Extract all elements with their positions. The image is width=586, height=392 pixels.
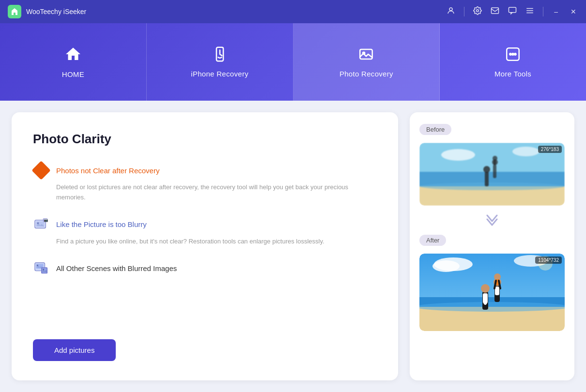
close-button[interactable]: ✕ xyxy=(569,7,578,16)
svg-point-0 xyxy=(449,8,452,11)
titlebar: WooTeechy iSeeker xyxy=(0,0,586,23)
svg-rect-2 xyxy=(492,8,499,14)
nav-home-label: HOME xyxy=(62,70,84,78)
photo-recovery-icon xyxy=(358,46,374,65)
more-tools-icon xyxy=(505,46,521,65)
svg-point-28 xyxy=(419,182,565,190)
svg-point-11 xyxy=(509,53,511,55)
nav-item-iphone-recovery[interactable]: iPhone Recovery xyxy=(147,23,293,101)
feature-too-blurry-title: Like the Picture is too Blurry xyxy=(56,220,147,228)
svg-point-30 xyxy=(512,147,540,156)
main-content: Photo Clarity Photos not Clear after Rec… xyxy=(0,101,586,392)
menu-icon[interactable] xyxy=(525,6,534,17)
svg-rect-3 xyxy=(509,7,516,13)
nav-photo-label: Photo Recovery xyxy=(339,70,393,78)
before-image-badge: 276*183 xyxy=(538,146,562,153)
svg-rect-23 xyxy=(42,268,46,272)
nav-item-more-tools[interactable]: More Tools xyxy=(440,23,586,101)
svg-point-12 xyxy=(512,53,513,55)
svg-point-46 xyxy=(481,284,490,293)
feature-other-scenes-header: All Other Scenes with Blurred Images xyxy=(33,260,377,276)
nav-item-home[interactable]: HOME xyxy=(0,23,147,101)
home-icon xyxy=(64,45,82,65)
minimize-button[interactable]: – xyxy=(552,7,560,16)
svg-point-24 xyxy=(43,269,44,271)
svg-rect-8 xyxy=(360,49,373,59)
nav-item-photo-recovery[interactable]: Photo Recovery xyxy=(293,23,440,101)
mail-icon[interactable] xyxy=(491,6,499,17)
feature-too-blurry-desc: Find a picture you like online, but it's… xyxy=(56,237,377,247)
photo-blurry-icon: 📷 xyxy=(33,216,49,233)
nav-iphone-label: iPhone Recovery xyxy=(191,70,248,78)
navbar: HOME iPhone Recovery Photo Recovery xyxy=(0,23,586,101)
svg-point-42 xyxy=(432,260,460,272)
left-panel: Photo Clarity Photos not Clear after Rec… xyxy=(12,112,398,380)
app-title: WooTeechy iSeeker xyxy=(26,8,447,15)
arrows-down-icon xyxy=(483,211,501,229)
after-image-container: 1104*732 xyxy=(419,254,565,331)
svg-rect-47 xyxy=(483,293,488,303)
feature-too-blurry: 📷 Like the Picture is too Blurry Find a … xyxy=(33,216,377,247)
svg-text:📷: 📷 xyxy=(44,218,48,222)
feature-not-clear: Photos not Clear after Recovery Deleted … xyxy=(33,162,377,203)
svg-point-1 xyxy=(477,10,479,12)
svg-point-32 xyxy=(483,166,490,173)
svg-point-29 xyxy=(441,149,475,161)
divider2 xyxy=(543,7,543,16)
add-pictures-button[interactable]: Add pictures xyxy=(33,339,116,361)
svg-point-40 xyxy=(419,302,565,312)
divider xyxy=(464,7,464,16)
scene-icon xyxy=(33,260,49,276)
feature-not-clear-title: Photos not Clear after Recovery xyxy=(56,166,159,175)
account-icon[interactable] xyxy=(447,6,455,17)
iphone-recovery-icon xyxy=(212,46,228,65)
feature-too-blurry-header: 📷 Like the Picture is too Blurry xyxy=(33,216,377,233)
svg-point-51 xyxy=(494,273,501,280)
diamond-icon xyxy=(33,162,49,179)
after-image-badge: 1104*732 xyxy=(535,256,562,264)
svg-point-13 xyxy=(514,53,516,55)
svg-rect-36 xyxy=(493,160,496,165)
titlebar-controls: – ✕ xyxy=(447,6,578,17)
feature-not-clear-header: Photos not Clear after Recovery xyxy=(33,162,377,179)
after-label: After xyxy=(419,235,446,246)
svg-point-35 xyxy=(493,156,497,161)
before-label: Before xyxy=(419,124,451,135)
svg-rect-33 xyxy=(493,165,496,178)
chat-icon[interactable] xyxy=(508,6,517,17)
feature-other-scenes-title: All Other Scenes with Blurred Images xyxy=(56,264,177,272)
app-logo xyxy=(8,5,21,18)
feature-not-clear-desc: Deleted or lost pictures are not clear a… xyxy=(56,182,377,203)
svg-rect-31 xyxy=(485,172,489,186)
before-image-container: 276*183 xyxy=(419,143,565,206)
settings-icon[interactable] xyxy=(473,6,482,17)
nav-more-tools-label: More Tools xyxy=(494,70,531,78)
svg-rect-50 xyxy=(495,286,499,295)
page-title: Photo Clarity xyxy=(33,132,377,147)
right-panel: Before xyxy=(410,112,574,380)
feature-other-scenes: All Other Scenes with Blurred Images xyxy=(33,260,377,280)
